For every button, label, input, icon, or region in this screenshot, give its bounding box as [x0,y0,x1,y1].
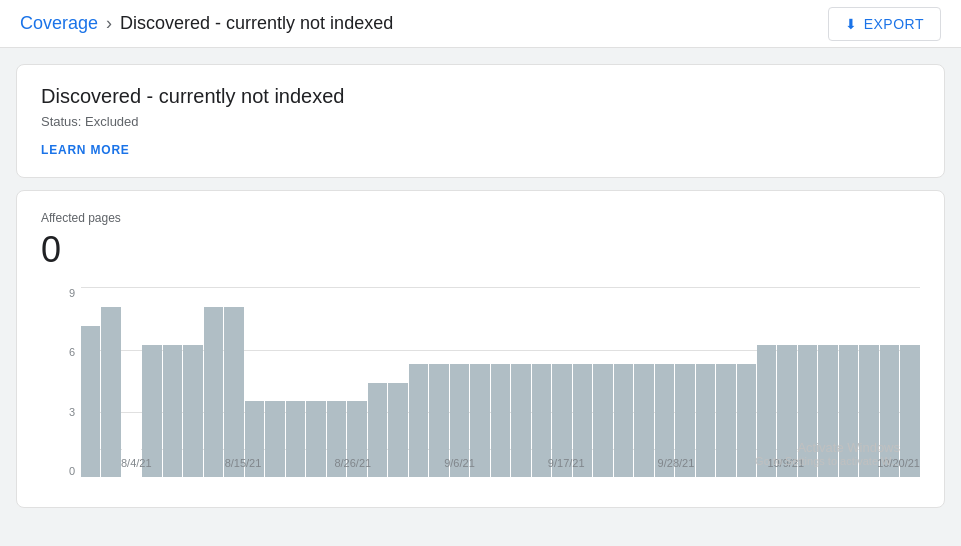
y-label-9: 9 [69,287,75,299]
x-label-1: 8/4/21 [121,457,152,469]
export-icon: ⬇ [845,16,858,32]
learn-more-button[interactable]: LEARN MORE [41,143,130,157]
breadcrumb-separator: › [106,13,112,34]
chart-area: 8/4/21 8/15/21 8/26/21 9/6/21 9/17/21 9/… [81,287,920,477]
chart-container: 9 6 3 0 8/4/21 8/15/21 8/26/21 9/6/21 9/… [41,287,920,507]
info-card: Discovered - currently not indexed Statu… [16,64,945,178]
y-label-6: 6 [69,346,75,358]
info-card-title: Discovered - currently not indexed [41,85,920,108]
bar [81,326,100,477]
breadcrumb-current: Discovered - currently not indexed [120,13,393,34]
gridline-top [81,287,920,288]
x-label-4: 9/6/21 [444,457,475,469]
info-card-status: Status: Excluded [41,114,920,129]
bar [101,307,120,477]
x-label-2: 8/15/21 [225,457,262,469]
export-label: EXPORT [864,16,924,32]
header: Coverage › Discovered - currently not in… [0,0,961,48]
x-axis: 8/4/21 8/15/21 8/26/21 9/6/21 9/17/21 9/… [121,449,920,477]
breadcrumb: Coverage › Discovered - currently not in… [20,13,393,34]
y-axis: 9 6 3 0 [41,287,81,477]
chart-card: Affected pages 0 9 6 3 0 8/4/21 8/15/21 … [16,190,945,508]
affected-pages-count: 0 [41,229,920,271]
breadcrumb-coverage-link[interactable]: Coverage [20,13,98,34]
x-label-7: 10/9/21 [767,457,804,469]
affected-pages-label: Affected pages [41,211,920,225]
y-label-0: 0 [69,465,75,477]
y-label-3: 3 [69,406,75,418]
export-button[interactable]: ⬇ EXPORT [828,7,941,41]
x-label-8: 10/20/21 [877,457,920,469]
x-label-6: 9/28/21 [658,457,695,469]
x-label-5: 9/17/21 [548,457,585,469]
x-label-3: 8/26/21 [334,457,371,469]
